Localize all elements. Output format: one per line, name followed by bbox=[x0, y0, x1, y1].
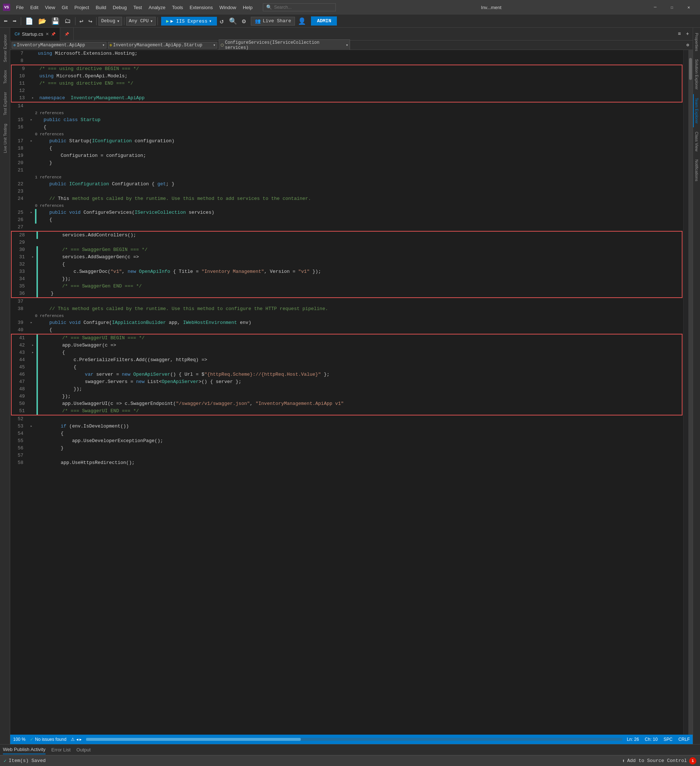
left-sidebar: Server Explorer Toolbox Test Explorer Li… bbox=[0, 28, 10, 744]
maximize-button[interactable]: ☐ bbox=[664, 0, 680, 14]
collapse-icon-13[interactable]: ▸ bbox=[32, 95, 34, 102]
collapse-icon-25[interactable]: ▸ bbox=[30, 209, 32, 216]
right-sidebar: Properties Solution Explorer Team Explor… bbox=[693, 28, 700, 744]
menu-analyze[interactable]: Analyze bbox=[145, 3, 168, 12]
back-button[interactable]: ⬅ bbox=[2, 16, 10, 26]
scrollbar-thumb[interactable] bbox=[689, 58, 692, 80]
panel-tab-web-publish[interactable]: Web Publish Activity bbox=[3, 745, 46, 754]
account-button[interactable]: 👤 bbox=[295, 16, 308, 26]
collapse-icon-39[interactable]: ▸ bbox=[30, 319, 32, 326]
minimize-button[interactable]: ─ bbox=[647, 0, 664, 14]
sidebar-tab-live-unit[interactable]: Live Unit Testing bbox=[2, 120, 9, 157]
refresh-button[interactable]: ↺ bbox=[218, 16, 226, 26]
cpu-dropdown[interactable]: Any CPU ▾ bbox=[126, 17, 155, 25]
tools-toolbar-button[interactable]: ⚙ bbox=[240, 16, 248, 26]
code-line-7: 7 using Microsoft.Extensions.Hosting; bbox=[10, 50, 683, 57]
code-line-27: 27 bbox=[10, 223, 683, 231]
menu-extensions[interactable]: Extensions bbox=[186, 3, 216, 12]
menu-window[interactable]: Window bbox=[216, 3, 239, 12]
code-line-18: 18 { bbox=[10, 145, 683, 152]
tab-startup-cs[interactable]: C# Startup.cs ✕ 📌 bbox=[10, 28, 60, 41]
code-line-32: 32 { bbox=[12, 261, 682, 268]
open-button[interactable]: 📂 bbox=[36, 16, 49, 26]
save-all-button[interactable]: 🗂 bbox=[62, 16, 73, 26]
collapse-icon-17[interactable]: ▸ bbox=[30, 138, 32, 145]
code-line-17: 17 ▸ public Startup(IConfiguration confi… bbox=[10, 138, 683, 145]
run-button[interactable]: ▶ ▶ IIS Express ▾ bbox=[161, 17, 217, 25]
nav-bar: ⊕ InventoryManagement.ApiApp ▾ ⚙ Invento… bbox=[10, 41, 693, 50]
sidebar-tab-test-explorer[interactable]: Test Explorer bbox=[2, 88, 9, 119]
menu-view[interactable]: View bbox=[42, 3, 58, 12]
search-toolbar-button[interactable]: 🔍 bbox=[227, 16, 239, 26]
admin-button[interactable]: ADMIN bbox=[311, 16, 337, 25]
code-line-13: 13 ▸ namespace InventoryManagement.ApiAp… bbox=[12, 95, 682, 102]
zoom-level[interactable]: 100 % bbox=[13, 737, 25, 742]
redo-button[interactable]: ↪ bbox=[86, 16, 95, 26]
code-line-46: 46 var server = new OpenApiServer() { Ur… bbox=[12, 371, 682, 378]
tab-list-button[interactable]: ≡ bbox=[676, 30, 683, 38]
source-control-label[interactable]: Add to Source Control bbox=[627, 758, 687, 763]
debug-config-dropdown[interactable]: Debug ▾ bbox=[98, 17, 122, 25]
new-file-button[interactable]: 📄 bbox=[23, 16, 35, 26]
menu-build[interactable]: Build bbox=[93, 3, 109, 12]
sidebar-tab-team-explorer[interactable]: Team Explorer bbox=[693, 94, 700, 127]
notification-badge[interactable]: 1 bbox=[689, 757, 696, 764]
code-line-26: 26 { bbox=[10, 216, 683, 223]
crlf-status[interactable]: CRLF bbox=[678, 737, 690, 742]
code-editor[interactable]: 7 using Microsoft.Extensions.Hosting; 8 … bbox=[10, 50, 683, 734]
collapse-icon-43[interactable]: ▸ bbox=[32, 349, 34, 356]
tab-close-icon[interactable]: ✕ bbox=[46, 32, 49, 36]
code-line-57: 57 bbox=[10, 452, 683, 459]
class-dropdown[interactable]: ⚙ InventoryManagement.ApiApp.Startup ▾ bbox=[108, 42, 217, 49]
menu-help[interactable]: Help bbox=[240, 3, 256, 12]
menu-file[interactable]: File bbox=[13, 3, 27, 12]
panel-tab-output[interactable]: Output bbox=[77, 745, 91, 754]
sidebar-tab-server-explorer[interactable]: Server Explorer bbox=[2, 31, 9, 66]
code-line-50: 50 app.UseSwaggerUI(c => c.SwaggerEndpoi… bbox=[12, 400, 682, 407]
minimap[interactable] bbox=[683, 50, 688, 734]
sidebar-tab-class-view[interactable]: Class View bbox=[694, 128, 700, 155]
method-dropdown[interactable]: ⬡ ConfigureServices(IServiceCollection s… bbox=[219, 40, 350, 51]
editor-container: C# Startup.cs ✕ 📌 📌 ≡ + ⊕ InventoryManag… bbox=[10, 28, 693, 744]
sidebar-tab-properties[interactable]: Properties bbox=[694, 29, 700, 55]
sidebar-tab-notifications[interactable]: Notifications bbox=[694, 156, 700, 185]
close-button[interactable]: ✕ bbox=[680, 0, 697, 14]
tab-pin-icon[interactable]: 📌 bbox=[51, 32, 55, 36]
collapse-icon-53[interactable]: ▸ bbox=[30, 423, 32, 430]
code-line-28: 28 services.AddControllers(); bbox=[12, 232, 682, 239]
menu-git[interactable]: Git bbox=[59, 3, 71, 12]
live-share-button[interactable]: 👥 Live Share bbox=[251, 17, 295, 25]
toolbar: ⬅ ➡ 📄 📂 💾 🗂 ↩ ↪ Debug ▾ Any CPU ▾ ▶ ▶ II… bbox=[0, 14, 700, 28]
ref-count-0: 0 references bbox=[10, 131, 683, 138]
vertical-scrollbar[interactable] bbox=[688, 50, 693, 734]
search-input[interactable] bbox=[274, 5, 332, 10]
sidebar-tab-toolbox[interactable]: Toolbox bbox=[2, 66, 9, 87]
menu-tools[interactable]: Tools bbox=[169, 3, 186, 12]
save-button[interactable]: 💾 bbox=[49, 16, 62, 26]
undo-button[interactable]: ↩ bbox=[77, 16, 86, 26]
forward-button[interactable]: ➡ bbox=[11, 16, 19, 26]
code-line-58: 58 app.UseHttpsRedirection(); bbox=[10, 459, 683, 467]
horizontal-scrollbar[interactable] bbox=[86, 738, 623, 741]
code-line-29: 29 bbox=[12, 239, 682, 246]
scrollbar-h-thumb[interactable] bbox=[86, 738, 300, 741]
main-area: Server Explorer Toolbox Test Explorer Li… bbox=[0, 28, 700, 744]
menu-edit[interactable]: Edit bbox=[27, 3, 41, 12]
code-line-8: 8 bbox=[10, 57, 683, 65]
collapse-icon-15[interactable]: ▸ bbox=[30, 116, 32, 123]
code-line-12: 12 bbox=[12, 87, 682, 95]
new-tab-button[interactable]: + bbox=[684, 30, 691, 38]
code-line-10: 10 using Microsoft.OpenApi.Models; bbox=[12, 73, 682, 80]
menu-debug[interactable]: Debug bbox=[110, 3, 130, 12]
sidebar-tab-solution-explorer[interactable]: Solution Explorer bbox=[694, 55, 700, 93]
nav-settings-button[interactable]: ⚙ bbox=[684, 41, 691, 49]
collapse-icon-42[interactable]: ▸ bbox=[32, 342, 34, 349]
menu-project[interactable]: Project bbox=[71, 3, 92, 12]
tab-pinned[interactable]: 📌 bbox=[60, 28, 74, 41]
panel-tab-error-list[interactable]: Error List bbox=[51, 745, 71, 754]
namespace-dropdown[interactable]: ⊕ InventoryManagement.ApiApp ▾ bbox=[12, 42, 106, 49]
collapse-icon-31[interactable]: ▸ bbox=[32, 253, 34, 261]
nav-arrows[interactable]: ◂ ▸ bbox=[76, 737, 82, 742]
search-box[interactable]: 🔍 bbox=[263, 3, 336, 11]
menu-test[interactable]: Test bbox=[131, 3, 145, 12]
